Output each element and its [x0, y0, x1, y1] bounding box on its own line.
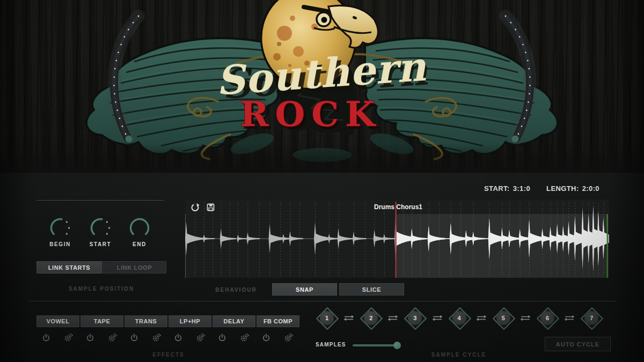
waveform-plot[interactable]	[185, 200, 609, 280]
settings-icon[interactable]	[196, 333, 205, 342]
cycle-slot-6[interactable]: 6	[536, 306, 559, 330]
effects-icon-row	[36, 333, 301, 344]
divider	[36, 200, 164, 201]
slot-number: 3	[403, 306, 427, 330]
sample-position-label: SAMPLE POSITION	[36, 286, 166, 292]
start-value: 3:1:0	[513, 184, 530, 193]
sample-cycle-label: SAMPLE CYCLE	[376, 352, 542, 358]
samples-slider-thumb[interactable]	[393, 342, 401, 349]
swap-arrows-icon[interactable]	[342, 314, 355, 322]
power-icon[interactable]	[174, 333, 182, 342]
link-buttons: LINK STARTS LINK LOOP	[36, 261, 166, 274]
effect-button-delay[interactable]: DELAY	[213, 315, 255, 327]
power-icon[interactable]	[42, 333, 50, 342]
swap-arrows-icon[interactable]	[475, 314, 488, 322]
snap-button[interactable]: SNAP	[272, 283, 337, 295]
save-icon[interactable]	[206, 203, 215, 212]
behaviour-label: BEHAVIOUR	[209, 287, 263, 293]
effects-buttons: VOWELTAPETRANSLP+HPDELAYFB COMP	[36, 315, 299, 327]
banner-artwork: Southern Southern ROCK ROCK	[0, 0, 644, 173]
waveform-display[interactable]: Drums Chorus1	[185, 200, 609, 278]
sample-position-knobs: BEGIN START END	[36, 216, 165, 248]
slot-number: 5	[492, 306, 515, 330]
slot-number: 6	[536, 306, 559, 330]
section-divider	[28, 301, 616, 301]
cycle-slot-7[interactable]: 7	[580, 306, 603, 330]
effect-button-vowel[interactable]: VOWEL	[36, 315, 79, 327]
swap-arrows-icon[interactable]	[431, 314, 444, 322]
knob-arc[interactable]	[48, 216, 72, 240]
power-icon[interactable]	[130, 333, 138, 342]
knob-label: START	[84, 241, 116, 247]
effect-button-tape[interactable]: TAPE	[80, 315, 123, 327]
knob-arc[interactable]	[127, 216, 152, 240]
slot-number: 1	[315, 306, 339, 330]
length-value: 2:0:0	[582, 184, 599, 193]
knob-label: BEGIN	[44, 241, 76, 247]
power-icon[interactable]	[86, 333, 94, 342]
effect-button-trans[interactable]: TRANS	[125, 315, 167, 327]
settings-icon[interactable]	[240, 333, 249, 342]
length-label: LENGTH:	[546, 184, 579, 193]
cycle-slot-1[interactable]: 1	[315, 306, 339, 330]
effect-button-lp-hp[interactable]: LP+HP	[169, 315, 211, 327]
banner: Southern Southern ROCK ROCK	[0, 0, 644, 173]
knob-begin[interactable]: BEGIN	[44, 216, 76, 247]
settings-icon[interactable]	[108, 333, 117, 342]
cycle-slot-2[interactable]: 2	[359, 306, 383, 330]
slot-number: 4	[448, 306, 471, 330]
samples-label: SAMPLES	[316, 342, 346, 348]
auto-cycle-button[interactable]: AUTO CYCLE	[545, 337, 611, 351]
southern-rock-instrument: Southern Southern ROCK ROCK START:3:1:0L…	[0, 0, 644, 362]
cycle-slot-4[interactable]: 4	[448, 306, 471, 330]
reload-icon[interactable]	[191, 203, 200, 212]
banner-main-title: ROCK	[240, 94, 382, 134]
effects-label: EFFECTS	[36, 352, 301, 358]
link-starts-button[interactable]: LINK STARTS	[36, 261, 102, 274]
samples-slider[interactable]	[353, 341, 404, 350]
start-label: START:	[484, 184, 510, 193]
settings-icon[interactable]	[64, 333, 73, 342]
link-loop-button[interactable]: LINK LOOP	[103, 261, 166, 274]
knob-arc[interactable]	[88, 216, 113, 240]
slice-button[interactable]: SLICE	[339, 283, 404, 295]
settings-icon[interactable]	[152, 333, 161, 342]
position-display: START:3:1:0LENGTH:2:0:0	[484, 184, 599, 193]
swap-arrows-icon[interactable]	[519, 314, 532, 322]
cycle-slot-5[interactable]: 5	[492, 306, 515, 330]
swap-arrows-icon[interactable]	[386, 314, 399, 322]
power-icon[interactable]	[262, 333, 270, 342]
knob-end[interactable]: END	[123, 216, 156, 247]
slot-number: 7	[580, 306, 603, 330]
slot-number: 2	[359, 306, 383, 330]
settings-icon[interactable]	[284, 333, 293, 342]
behaviour-buttons: SNAP SLICE	[272, 283, 404, 295]
knob-label: END	[123, 241, 156, 247]
knob-start[interactable]: START	[84, 216, 116, 247]
power-icon[interactable]	[218, 333, 226, 342]
effect-button-fb-comp[interactable]: FB COMP	[257, 315, 299, 327]
samples-slider-track[interactable]	[353, 344, 400, 346]
sample-name: Drums Chorus1	[374, 203, 422, 211]
swap-arrows-icon[interactable]	[563, 314, 576, 322]
cycle-slot-3[interactable]: 3	[403, 306, 427, 330]
